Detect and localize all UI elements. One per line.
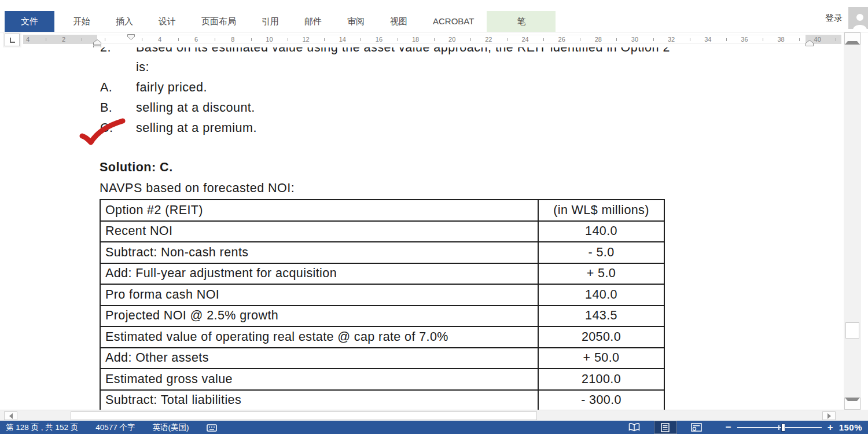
table-cell[interactable]: 2100.0 xyxy=(538,369,664,390)
ruler-tick xyxy=(361,38,361,41)
table-cell[interactable]: + 5.0 xyxy=(538,263,664,285)
ruler-left-margin xyxy=(23,35,97,44)
table-cell[interactable]: 140.0 xyxy=(538,284,664,306)
table-row: Subtract: Total liabilities- 300.0 xyxy=(100,390,664,410)
ruler-tick xyxy=(251,38,252,41)
ruler-number: 34 xyxy=(704,36,711,43)
ruler-tick xyxy=(690,38,690,41)
vertical-scrollbar[interactable] xyxy=(844,32,861,410)
ruler-number: 10 xyxy=(266,36,273,43)
tab-stop-selector[interactable] xyxy=(5,34,20,46)
ruler-number: 4 xyxy=(26,36,30,43)
tab-home[interactable]: 开始 xyxy=(60,11,103,32)
status-right: − + 150% xyxy=(623,421,862,434)
scrollbar-corner xyxy=(844,410,868,421)
ruler-number: 32 xyxy=(668,36,675,43)
table-cell[interactable]: Estimated value of operating real estate… xyxy=(100,326,538,348)
zoom-level[interactable]: 150% xyxy=(839,422,862,432)
ruler-tick xyxy=(580,38,580,41)
ruler-number: 4 xyxy=(158,36,161,43)
ruler-number: 12 xyxy=(302,36,309,43)
right-indent-marker[interactable] xyxy=(806,40,814,46)
tab-insert[interactable]: 插入 xyxy=(103,11,146,32)
ruler-number: 22 xyxy=(485,36,492,43)
navps-table: Option #2 (REIT)(in WL$ millions)Recent … xyxy=(100,199,665,410)
ruler-tick xyxy=(288,38,288,41)
ruler-tick xyxy=(763,38,763,41)
tab-mailings[interactable]: 邮件 xyxy=(292,11,334,32)
table-cell[interactable]: + 50.0 xyxy=(538,348,664,369)
status-left: 第 128 页 , 共 152 页 40577 个字 英语(美国) xyxy=(0,422,217,433)
word-count-status[interactable]: 40577 个字 xyxy=(95,422,135,433)
table-cell[interactable]: 140.0 xyxy=(538,221,664,242)
ruler-number: 20 xyxy=(448,36,455,43)
ruler-tick xyxy=(653,38,654,41)
table-cell[interactable]: (in WL$ millions) xyxy=(538,200,664,221)
ruler-tick xyxy=(178,38,179,41)
table-cell[interactable]: Add: Other assets xyxy=(100,348,538,369)
table-cell[interactable]: Add: Full-year adjustment for acquisitio… xyxy=(100,263,538,285)
scroll-right-button[interactable] xyxy=(822,411,836,420)
ruler-tick xyxy=(105,38,105,41)
tab-review[interactable]: 审阅 xyxy=(334,11,377,32)
ruler-number: 40 xyxy=(814,36,821,43)
ruler-tick xyxy=(398,38,398,41)
table-row: Estimated value of operating real estate… xyxy=(100,326,664,348)
horizontal-scrollbar[interactable] xyxy=(0,410,844,421)
zoom-slider[interactable] xyxy=(737,424,822,432)
table-cell[interactable]: Recent NOI xyxy=(100,221,538,242)
zoom-in-button[interactable]: + xyxy=(827,422,833,433)
tab-references[interactable]: 引用 xyxy=(249,11,292,32)
question-line2: is: xyxy=(136,60,149,75)
zoom-slider-thumb[interactable] xyxy=(781,424,785,432)
user-avatar-icon[interactable] xyxy=(848,7,868,29)
ruler-tick xyxy=(434,38,435,41)
word-window: 文件开始插入设计页面布局引用邮件审阅视图ACROBAT笔 登录 42468101… xyxy=(0,0,868,434)
table-cell[interactable]: Option #2 (REIT) xyxy=(100,200,538,221)
ruler-tick xyxy=(324,38,325,41)
table-cell[interactable]: - 300.0 xyxy=(538,390,664,410)
input-mode-icon[interactable] xyxy=(207,423,217,432)
web-layout-button[interactable] xyxy=(685,421,708,434)
tab-pen[interactable]: 笔 xyxy=(487,11,556,32)
first-line-indent-marker[interactable] xyxy=(127,34,135,40)
table-cell[interactable]: Subtract: Total liabilities xyxy=(100,390,538,410)
ruler-tick xyxy=(616,38,617,41)
table-row: Add: Other assets+ 50.0 xyxy=(100,348,664,369)
tab-design[interactable]: 设计 xyxy=(146,11,189,32)
zoom-out-button[interactable]: − xyxy=(726,422,731,433)
scroll-left-button[interactable] xyxy=(4,411,17,420)
ruler-tick xyxy=(470,38,471,41)
scroll-up-button[interactable] xyxy=(844,32,860,45)
tab-page-layout[interactable]: 页面布局 xyxy=(189,11,249,32)
table-row: Subtract: Non-cash rents- 5.0 xyxy=(100,242,664,263)
question-line1: Based on its estimated value using the a… xyxy=(136,47,670,55)
ruler-number: 16 xyxy=(376,36,382,43)
table-cell[interactable]: Subtract: Non-cash rents xyxy=(100,242,538,263)
horizontal-ruler[interactable]: 424681012141618202224262830323436384042 xyxy=(0,32,844,47)
table-cell[interactable]: Projected NOI @ 2.5% growth xyxy=(100,306,538,327)
table-cell[interactable]: Pro forma cash NOI xyxy=(100,284,538,306)
zoom-controls: − + 150% xyxy=(726,422,862,433)
tab-view[interactable]: 视图 xyxy=(377,11,420,32)
horizontal-scroll-thumb[interactable] xyxy=(71,411,537,420)
page-number-status[interactable]: 第 128 页 , 共 152 页 xyxy=(6,422,78,433)
table-cell[interactable]: Estimated gross value xyxy=(100,369,538,390)
ruler-tick xyxy=(507,38,507,41)
ruler-number: 6 xyxy=(194,36,198,43)
vertical-scroll-thumb[interactable] xyxy=(845,322,859,339)
tab-acrobat[interactable]: ACROBAT xyxy=(420,11,487,32)
document-canvas[interactable]: 2. Based on its estimated value using th… xyxy=(0,47,844,410)
ruler-number: 18 xyxy=(412,36,419,43)
language-status[interactable]: 英语(美国) xyxy=(153,422,189,433)
read-mode-button[interactable] xyxy=(623,421,646,434)
scroll-down-button[interactable] xyxy=(844,398,860,410)
print-layout-button[interactable] xyxy=(654,421,677,434)
table-cell[interactable]: 143.5 xyxy=(538,306,664,327)
status-bar: 第 128 页 , 共 152 页 40577 个字 英语(美国) xyxy=(0,421,868,434)
table-cell[interactable]: - 5.0 xyxy=(538,242,664,263)
tab-file[interactable]: 文件 xyxy=(5,11,54,32)
table-row: Pro forma cash NOI140.0 xyxy=(100,284,664,306)
sign-in-link[interactable]: 登录 xyxy=(825,13,843,24)
table-cell[interactable]: 2050.0 xyxy=(538,326,664,348)
